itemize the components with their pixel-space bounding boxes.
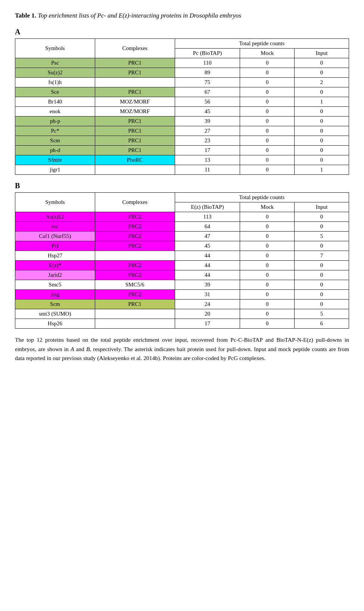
cell-a-complex: PRC1 bbox=[95, 87, 175, 97]
table-a-row: ph-pPRC13900 bbox=[15, 116, 349, 126]
cell-a-input: 1 bbox=[295, 165, 349, 174]
cell-a-pc: 45 bbox=[175, 106, 240, 116]
cell-a-symbol: Psc bbox=[15, 58, 95, 68]
table-a-row: fs(1)h7502 bbox=[15, 77, 349, 87]
table-b: Symbols Complexes Total peptide counts E… bbox=[15, 192, 349, 329]
cell-a-complex bbox=[95, 165, 175, 174]
cell-b-complex: PRC2 bbox=[95, 221, 175, 231]
cell-b-ez: 24 bbox=[175, 299, 240, 309]
cell-a-complex: MOZ/MORF bbox=[95, 106, 175, 116]
table-a: Symbols Complexes Total peptide counts P… bbox=[15, 38, 349, 175]
cell-b-input: 7 bbox=[295, 251, 349, 260]
cell-a-pc: 89 bbox=[175, 68, 240, 77]
caption-b-ref: B bbox=[86, 346, 90, 352]
cell-b-complex: PRC2 bbox=[95, 260, 175, 270]
cell-a-pc: 17 bbox=[175, 145, 240, 155]
cell-b-input: 5 bbox=[295, 309, 349, 319]
cell-b-complex: SMC5/6 bbox=[95, 280, 175, 289]
table-a-row: Su(z)2PRC18900 bbox=[15, 68, 349, 77]
cell-a-mock: 0 bbox=[240, 106, 295, 116]
table-a-row: ph-dPRC11700 bbox=[15, 145, 349, 155]
cell-a-mock: 0 bbox=[240, 116, 295, 126]
cell-a-mock: 0 bbox=[240, 155, 295, 165]
table-b-row: jingPRC23100 bbox=[15, 289, 349, 299]
cell-b-ez: 113 bbox=[175, 212, 240, 221]
cell-a-input: 0 bbox=[295, 87, 349, 97]
header-b-ez: E(z) (BioTAP) bbox=[175, 202, 240, 212]
cell-b-symbol: Hsp26 bbox=[15, 319, 95, 328]
cell-b-ez: 44 bbox=[175, 251, 240, 260]
table-a-row: ScePRC16700 bbox=[15, 87, 349, 97]
cell-a-input: 0 bbox=[295, 58, 349, 68]
table-b-row: Su(z)12PRC211300 bbox=[15, 212, 349, 221]
cell-b-ez: 44 bbox=[175, 270, 240, 280]
cell-b-ez: 47 bbox=[175, 231, 240, 241]
cell-a-input: 0 bbox=[295, 116, 349, 126]
cell-b-input: 0 bbox=[295, 280, 349, 289]
cell-b-complex: PRC2 bbox=[95, 270, 175, 280]
cell-a-complex: PRC1 bbox=[95, 136, 175, 145]
table-caption: The top 12 proteins based on the total p… bbox=[15, 335, 349, 363]
cell-a-symbol: jigr1 bbox=[15, 165, 95, 174]
cell-a-symbol: Sce bbox=[15, 87, 95, 97]
cell-a-symbol: Sfmbt bbox=[15, 155, 95, 165]
table-title: Table 1. Top enrichment lists of Pc- and… bbox=[15, 11, 349, 20]
cell-a-symbol: ph-d bbox=[15, 145, 95, 155]
cell-b-mock: 0 bbox=[240, 221, 295, 231]
cell-b-symbol: smt3 (SUMO) bbox=[15, 309, 95, 319]
cell-b-mock: 0 bbox=[240, 289, 295, 299]
cell-a-mock: 0 bbox=[240, 145, 295, 155]
header-a-mock: Mock bbox=[240, 48, 295, 58]
cell-a-symbol: fs(1)h bbox=[15, 77, 95, 87]
cell-a-pc: 39 bbox=[175, 116, 240, 126]
table-a-row: jigr11101 bbox=[15, 165, 349, 174]
cell-a-complex: PhoRC bbox=[95, 155, 175, 165]
header-a-total: Total peptide counts bbox=[175, 38, 349, 48]
cell-a-input: 0 bbox=[295, 155, 349, 165]
cell-b-symbol: Pcl bbox=[15, 241, 95, 251]
cell-b-symbol: Caf1 (Nurf55) bbox=[15, 231, 95, 241]
cell-a-pc: 56 bbox=[175, 97, 240, 106]
cell-b-symbol: esc bbox=[15, 221, 95, 231]
header-b-input: Input bbox=[295, 202, 349, 212]
cell-a-mock: 0 bbox=[240, 77, 295, 87]
cell-b-mock: 0 bbox=[240, 280, 295, 289]
cell-b-mock: 0 bbox=[240, 319, 295, 328]
cell-b-complex: PRC2 bbox=[95, 289, 175, 299]
cell-b-ez: 17 bbox=[175, 319, 240, 328]
table-b-header-row1: Symbols Complexes Total peptide counts bbox=[15, 192, 349, 202]
cell-a-input: 2 bbox=[295, 77, 349, 87]
table-b-row: smt3 (SUMO)2005 bbox=[15, 309, 349, 319]
title-drosophila: Drosophila bbox=[190, 12, 218, 19]
cell-a-pc: 23 bbox=[175, 136, 240, 145]
cell-b-symbol: E(z)* bbox=[15, 260, 95, 270]
table-b-row: escPRC26400 bbox=[15, 221, 349, 231]
table-a-row: SfmbtPhoRC1300 bbox=[15, 155, 349, 165]
cell-a-pc: 27 bbox=[175, 126, 240, 136]
caption-text-2: and bbox=[74, 346, 86, 352]
cell-b-input: 0 bbox=[295, 241, 349, 251]
cell-a-symbol: Scm bbox=[15, 136, 95, 145]
cell-b-input: 0 bbox=[295, 212, 349, 221]
cell-a-complex: PRC1 bbox=[95, 68, 175, 77]
cell-a-symbol: enok bbox=[15, 106, 95, 116]
table-a-row: Br140MOZ/MORF5601 bbox=[15, 97, 349, 106]
cell-b-mock: 0 bbox=[240, 299, 295, 309]
cell-b-complex: PRC2 bbox=[95, 231, 175, 241]
cell-b-input: 0 bbox=[295, 289, 349, 299]
cell-b-ez: 31 bbox=[175, 289, 240, 299]
table-a-row: ScmPRC12300 bbox=[15, 136, 349, 145]
cell-a-symbol: Pc* bbox=[15, 126, 95, 136]
cell-a-pc: 75 bbox=[175, 77, 240, 87]
cell-a-mock: 0 bbox=[240, 97, 295, 106]
table-b-row: E(z)*PRC24400 bbox=[15, 260, 349, 270]
cell-a-mock: 0 bbox=[240, 68, 295, 77]
section-b-label: B bbox=[15, 182, 349, 190]
cell-a-mock: 0 bbox=[240, 126, 295, 136]
cell-b-complex: PRC2 bbox=[95, 212, 175, 221]
cell-b-symbol: Su(z)12 bbox=[15, 212, 95, 221]
cell-a-complex: PRC1 bbox=[95, 145, 175, 155]
cell-a-pc: 67 bbox=[175, 87, 240, 97]
table-b-row: PclPRC24500 bbox=[15, 241, 349, 251]
cell-a-mock: 0 bbox=[240, 87, 295, 97]
